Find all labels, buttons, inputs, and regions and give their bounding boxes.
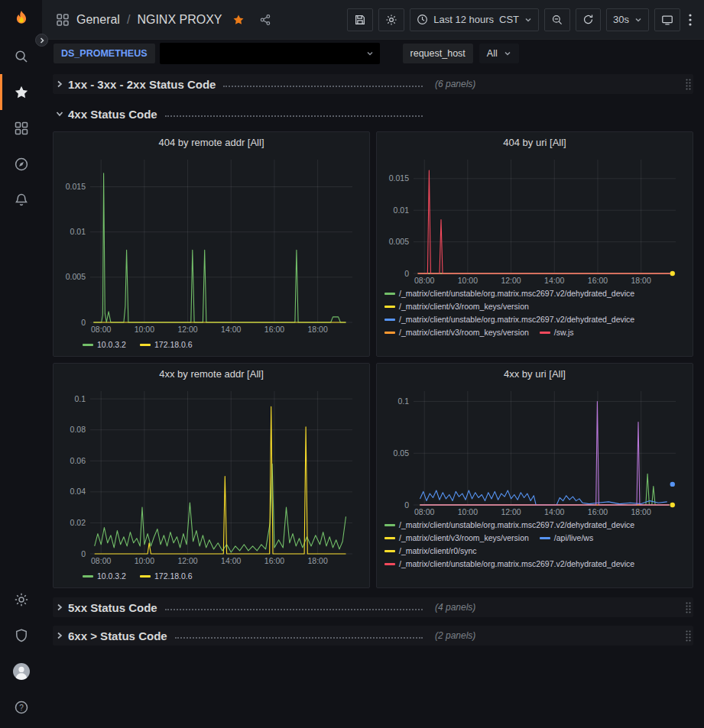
favorite-star-button[interactable] — [232, 14, 245, 26]
bell-icon — [14, 193, 29, 208]
sidebar-item-dashboards[interactable] — [0, 110, 42, 146]
row-drag-handle[interactable] — [685, 601, 693, 614]
datasource-value-select[interactable] — [160, 43, 380, 64]
legend-item[interactable]: /sw.js — [540, 328, 574, 337]
drag-dots-icon — [685, 601, 692, 614]
chevron-right-icon — [56, 632, 63, 639]
navbar-actions: Last 12 hours CST 30s — [347, 8, 695, 31]
refresh-button[interactable] — [576, 8, 601, 31]
sidebar-expand-button[interactable] — [35, 34, 48, 47]
svg-text:18:00: 18:00 — [631, 276, 651, 285]
save-dashboard-button[interactable] — [347, 8, 373, 31]
sidebar-item-configuration[interactable] — [0, 581, 42, 617]
row-toggle-4xx[interactable]: 4xx Status Code — [53, 108, 426, 121]
row-dotted-leader — [165, 109, 423, 117]
save-icon — [354, 14, 366, 26]
sidebar-item-server-admin[interactable] — [0, 617, 42, 653]
svg-text:12:00: 12:00 — [501, 276, 521, 285]
legend-item[interactable]: 10.0.3.2 — [83, 569, 126, 583]
top-navbar: General / NGINX PROXY — [42, 0, 704, 40]
breadcrumb-folder[interactable]: General — [76, 13, 120, 27]
legend-item[interactable]: 172.18.0.6 — [140, 569, 193, 583]
panel-title[interactable]: 404 by uri [All] — [383, 132, 686, 154]
variables-bar: DS_PROMETHEUS request_host All — [42, 40, 704, 67]
dashboard-settings-button[interactable] — [378, 8, 404, 31]
legend-item[interactable]: /_matrix/client/v3/room_keys/version — [384, 533, 529, 542]
svg-text:0: 0 — [81, 549, 86, 558]
svg-text:14:00: 14:00 — [221, 556, 241, 565]
legend-item[interactable]: 10.0.3.2 — [83, 338, 126, 351]
drag-dots-icon — [685, 78, 692, 91]
panel-legend: /_matrix/client/unstable/org.matrix.msc2… — [383, 286, 686, 354]
sidebar-item-alerting[interactable] — [0, 182, 42, 218]
avatar — [12, 662, 31, 681]
sidebar-item-starred[interactable] — [0, 74, 42, 110]
panel-title[interactable]: 4xx by remote addr [All] — [60, 364, 363, 385]
legend-series-name: /_matrix/client/v3/room_keys/version — [399, 533, 529, 542]
svg-text:0: 0 — [404, 500, 409, 510]
panel-grid-4xx: 404 by remote addr [All] 08:0010:0012:00… — [53, 131, 693, 588]
row-dotted-leader — [175, 631, 423, 639]
legend-item[interactable]: /_matrix/client/unstable/org.matrix.msc2… — [384, 520, 634, 529]
svg-text:10:00: 10:00 — [135, 556, 154, 565]
panel-4xx-by-uri: 4xx by uri [All] 08:0010:0012:0014:0016:… — [376, 363, 693, 588]
legend-item[interactable]: /_matrix/client/unstable/org.matrix.msc2… — [384, 289, 634, 298]
legend-item[interactable]: /_matrix/client/unstable/org.matrix.msc2… — [384, 315, 634, 324]
legend-series-name: 172.18.0.6 — [154, 571, 193, 581]
grafana-logo[interactable] — [0, 0, 42, 38]
request-host-value-select[interactable]: All — [479, 44, 519, 63]
row-drag-handle[interactable] — [685, 629, 693, 642]
sidebar-item-profile[interactable] — [0, 653, 42, 689]
dashboard-canvas: 1xx - 3xx - 2xx Status Code (6 panels) 4… — [42, 67, 704, 728]
variable-label-ds-prometheus: DS_PROMETHEUS — [54, 44, 155, 63]
time-range-picker[interactable]: Last 12 hours CST — [410, 8, 539, 31]
legend-series-name: /_matrix/client/unstable/org.matrix.msc2… — [399, 520, 634, 529]
refresh-interval-value: 30s — [613, 14, 629, 25]
legend-item[interactable]: /_matrix/client/v3/room_keys/version — [384, 328, 529, 337]
row-toggle-1xx[interactable]: 1xx - 3xx - 2xx Status Code — [53, 78, 426, 91]
row-toggle-6xx[interactable]: 6xx > Status Code — [53, 629, 426, 642]
legend-series-swatch — [384, 524, 395, 526]
svg-text:18:00: 18:00 — [308, 325, 328, 334]
tv-mode-button[interactable] — [654, 8, 680, 31]
svg-text:08:00: 08:00 — [414, 276, 434, 285]
zoom-out-time-button[interactable] — [544, 8, 570, 31]
legend-series-swatch — [384, 306, 395, 308]
panel-legend: /_matrix/client/unstable/org.matrix.msc2… — [383, 518, 686, 585]
panel-title[interactable]: 404 by remote addr [All] — [60, 132, 363, 154]
legend-item[interactable]: /_matrix/client/unstable/org.matrix.msc2… — [384, 559, 634, 568]
breadcrumb: General / NGINX PROXY — [56, 13, 271, 27]
sidebar-bottom: ? — [0, 581, 42, 728]
timeseries-chart[interactable]: 08:0010:0012:0014:0016:0018:0000.050.1 — [383, 385, 686, 518]
row-toggle-5xx[interactable]: 5xx Status Code — [53, 601, 426, 614]
svg-text:0.01: 0.01 — [394, 205, 410, 215]
compass-icon — [14, 157, 29, 172]
timeseries-chart[interactable]: 08:0010:0012:0014:0016:0018:0000.020.040… — [60, 385, 363, 567]
svg-text:0: 0 — [404, 269, 409, 278]
panel-title[interactable]: 4xx by uri [All] — [383, 364, 686, 385]
row-drag-handle[interactable] — [685, 78, 693, 91]
more-options-button[interactable] — [686, 8, 695, 31]
dashboards-grid-icon — [14, 121, 29, 136]
legend-series-name: /api/live/ws — [554, 533, 593, 542]
legend-item[interactable]: /_matrix/client/r0/sync — [384, 546, 477, 555]
sidebar-item-explore[interactable] — [0, 146, 42, 182]
legend-item[interactable]: /api/live/ws — [540, 533, 593, 542]
refresh-interval-dropdown[interactable]: 30s — [606, 8, 649, 31]
legend-item[interactable]: /_matrix/client/v3/room_keys/version — [384, 302, 529, 311]
svg-text:08:00: 08:00 — [91, 556, 111, 565]
timeseries-chart[interactable]: 08:0010:0012:0014:0016:0018:0000.0050.01… — [60, 154, 363, 335]
legend-series-swatch — [384, 550, 395, 552]
legend-series-name: 172.18.0.6 — [154, 340, 193, 349]
dashboard-title: NGINX PROXY — [137, 13, 222, 27]
legend-series-name: /_matrix/client/v3/room_keys/version — [399, 328, 529, 337]
row-dotted-leader — [223, 79, 423, 87]
sidebar-item-help[interactable]: ? — [0, 689, 42, 725]
timeseries-chart[interactable]: 08:0010:0012:0014:0016:0018:0000.0050.01… — [383, 154, 686, 286]
svg-text:0.005: 0.005 — [389, 237, 409, 246]
svg-text:18:00: 18:00 — [308, 556, 328, 565]
legend-item[interactable]: 172.18.0.6 — [140, 338, 193, 351]
share-button[interactable] — [259, 14, 271, 26]
row-panel-count: (6 panels) — [435, 79, 475, 89]
row-title: 5xx Status Code — [68, 601, 157, 614]
